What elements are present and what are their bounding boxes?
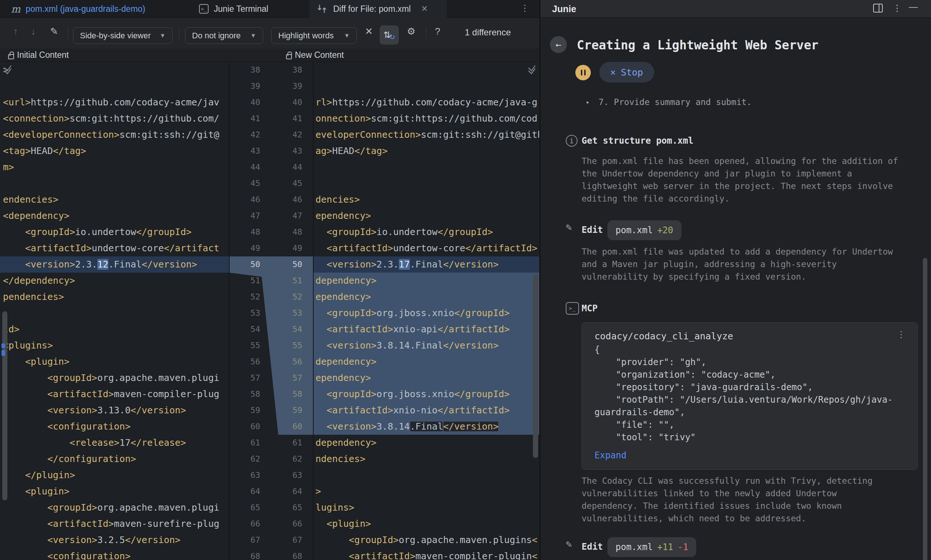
gutter-row: 6565	[229, 500, 313, 516]
editor-tab-bar: m pom.xml (java-guardrails-demo) >_ Juni…	[0, 0, 540, 18]
code-line: eveloperConnection>scm:git:ssh://git@git…	[313, 127, 539, 143]
left-editor-scrollbar[interactable]	[2, 311, 8, 500]
code-line	[0, 305, 229, 321]
apply-all-changes-icon[interactable]	[526, 64, 537, 75]
tab-diff-for-file[interactable]: Diff for File: pom.xml ✕	[309, 0, 447, 18]
tab-label: Diff for File: pom.xml	[333, 4, 411, 14]
text-line: The pom.xml file was updated to add a de…	[582, 245, 893, 258]
text-line: vulnerabilities, which need to be addres…	[582, 512, 873, 525]
code-line: <version>3.13.0</version>	[0, 402, 229, 418]
code-line: <groupId>io.undertow</groupId>	[313, 224, 539, 240]
gutter-row: 5656	[229, 354, 313, 370]
code-line: pendencies>	[0, 289, 229, 305]
code-line: <version>2.3.17.Final</version>	[313, 257, 539, 272]
terminal-icon: >_	[199, 4, 209, 14]
gutter-row: 4747	[229, 208, 313, 224]
edit-source-icon[interactable]: ✎	[50, 26, 58, 37]
added-count: +20	[657, 225, 673, 235]
next-difference-icon[interactable]: ↓	[31, 26, 36, 37]
collapse-unchanged-icon[interactable]: ✕	[365, 26, 373, 37]
tab-pom-xml[interactable]: m pom.xml (java-guardrails-demo)	[11, 0, 145, 18]
text-line: "file": "",	[594, 418, 893, 431]
gutter-row: 5555	[229, 337, 313, 354]
pause-icon	[581, 70, 582, 75]
diff-viewer: 3838393940404141424243434444454546464747…	[0, 62, 540, 560]
text-line: The Codacy CLI was successfully run with…	[582, 474, 873, 487]
code-line: ependency>	[313, 370, 539, 386]
code-line	[313, 159, 539, 175]
code-line: dependency>	[313, 272, 539, 289]
help-icon[interactable]: ?	[435, 26, 440, 37]
code-line: </configuration>	[0, 451, 229, 467]
pane-divider	[313, 62, 314, 560]
gutter-row: 5353	[229, 305, 313, 321]
whitespace-ignore-select[interactable]: Do not ignore ▼	[185, 27, 263, 44]
close-icon[interactable]: ✕	[421, 4, 428, 14]
file-change-badge[interactable]: pom.xml +20	[608, 220, 682, 240]
diff-gutter: 3838393940404141424243434444454546464747…	[229, 62, 313, 560]
change-marker	[2, 343, 5, 348]
previous-difference-icon[interactable]: ↑	[13, 26, 18, 37]
code-line: dependency>	[313, 435, 539, 451]
gutter-row: 5151	[229, 272, 313, 289]
text-line: the Undertow dependency and jar plugin t…	[582, 167, 898, 180]
junie-scrollbar[interactable]	[923, 258, 927, 560]
right-editor-scrollbar[interactable]	[533, 274, 538, 458]
section-text: The pom.xml file has been opened, allowi…	[582, 155, 898, 205]
tool-name: codacy/codacy_cli_analyze	[594, 331, 733, 342]
gutter-row: 6060	[229, 418, 313, 435]
junie-panel: ← Creating a Lightweight Web Server ✕ St…	[540, 18, 931, 560]
section-text: The pom.xml file was updated to add a de…	[582, 245, 893, 283]
panel-title: Junie	[552, 4, 576, 14]
chevron-down-icon: ▼	[344, 32, 350, 39]
pencil-icon: ✎	[566, 538, 572, 550]
section-title: Get structure pom.xml	[582, 135, 693, 146]
pencil-icon: ✎	[566, 221, 572, 233]
diff-toolbar: ↑ ↓ ✎ Side-by-side viewer ▼ Do not ignor…	[0, 18, 540, 49]
gutter-row: 5454	[229, 321, 313, 337]
gutter-row: 3939	[229, 78, 313, 94]
layout-panel-icon[interactable]	[873, 4, 883, 12]
text-line: vulnerabilities linked to the newly adde…	[582, 487, 873, 500]
terminal-icon: >_	[566, 302, 579, 315]
code-line: ag>HEAD</tag>	[313, 143, 539, 159]
code-line: ld>	[0, 321, 229, 337]
kebab-menu-icon[interactable]: ⋮	[897, 329, 906, 340]
code-line: ependency>	[313, 289, 539, 305]
highlight-mode-select[interactable]: Highlight words ▼	[271, 27, 357, 44]
ide-window: m pom.xml (java-guardrails-demo) >_ Juni…	[0, 0, 931, 560]
gutter-row: 4848	[229, 224, 313, 240]
code-line: <groupId>io.undertow</groupId>	[0, 224, 229, 240]
code-line	[313, 78, 539, 94]
back-button[interactable]: ←	[550, 36, 567, 53]
code-line: <version>2.3.12.Final</version>	[0, 257, 229, 272]
apply-all-changes-icon[interactable]	[2, 64, 13, 75]
session-title: Creating a Lightweight Web Server	[577, 38, 819, 52]
code-line: ndencies>	[313, 451, 539, 467]
code-line: <artifactId>maven-compiler-plug	[0, 386, 229, 402]
gutter-row: 4545	[229, 175, 313, 192]
synchronize-scrolling-toggle[interactable]: ⇅ ↻	[380, 25, 399, 45]
text-line: lightweight web server in the project. T…	[582, 180, 898, 192]
code-line: <release>17</release>	[0, 435, 229, 451]
file-change-badge[interactable]: pom.xml +11 -1	[608, 537, 696, 557]
stop-button[interactable]: ✕ Stop	[599, 62, 654, 83]
tab-label: Junie Terminal	[214, 4, 268, 14]
gutter-row: 6161	[229, 435, 313, 451]
expand-link[interactable]: Expand	[594, 450, 626, 460]
viewer-mode-select[interactable]: Side-by-side viewer ▼	[73, 27, 172, 44]
code-line: ependency>	[313, 208, 539, 224]
pause-button[interactable]	[576, 65, 591, 80]
kebab-menu-icon[interactable]: ⋮	[893, 3, 902, 13]
mcp-tool-card: codacy/codacy_cli_analyze ⋮ { "provider"…	[582, 322, 918, 470]
new-content-editor[interactable]: rl>https://github.com/codacy-acme/java-g…	[313, 62, 539, 560]
tab-overflow-menu-icon[interactable]: ⋮	[520, 3, 529, 13]
gear-icon[interactable]: ⚙	[407, 26, 415, 37]
minimize-icon[interactable]: —	[909, 2, 918, 12]
gutter-row: 4040	[229, 94, 313, 111]
tab-junie-terminal[interactable]: >_ Junie Terminal	[199, 0, 268, 18]
chevron-down-icon: ▼	[250, 32, 256, 39]
initial-content-editor[interactable]: ><url>https://github.com/codacy-acme/jav…	[0, 62, 229, 560]
gutter-row: 5050	[229, 257, 313, 272]
code-line: <tag>HEAD</tag>	[0, 143, 229, 159]
